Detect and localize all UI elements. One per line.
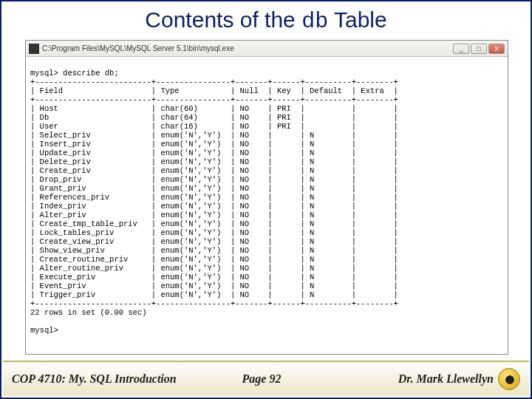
- footer-right: Dr. Mark Llewellyn: [345, 368, 529, 390]
- window-titlebar: C:\Program Files\MySQL\MySQL Server 5.1\…: [26, 41, 508, 57]
- slide-title: Contents of the db Table: [1, 1, 531, 40]
- app-icon: [29, 44, 39, 54]
- terminal-output: mysql> describe db; +-------------------…: [26, 57, 508, 354]
- title-prefix: Contents of the: [145, 7, 301, 32]
- window-controls: _ □ X: [453, 44, 505, 54]
- minimize-button[interactable]: _: [453, 44, 469, 54]
- terminal-window: C:\Program Files\MySQL\MySQL Server 5.1\…: [25, 40, 508, 355]
- footer-left: COP 4710: My. SQL Introduction: [3, 372, 178, 386]
- footer-author: Dr. Mark Llewellyn: [398, 372, 494, 386]
- close-button[interactable]: X: [488, 44, 505, 54]
- title-suffix: Table: [328, 7, 387, 32]
- title-code: db: [301, 9, 328, 34]
- slide-footer: COP 4710: My. SQL Introduction Page 92 D…: [3, 361, 529, 396]
- ucf-logo-icon: [498, 368, 520, 390]
- footer-center: Page 92: [178, 372, 344, 386]
- window-path: C:\Program Files\MySQL\MySQL Server 5.1\…: [42, 44, 453, 52]
- maximize-button[interactable]: □: [471, 44, 487, 54]
